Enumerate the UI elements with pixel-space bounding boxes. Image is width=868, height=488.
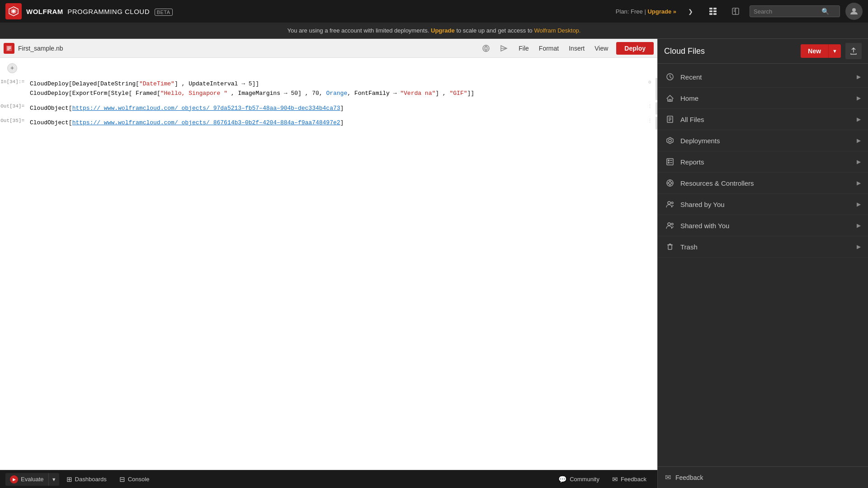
sidebar-item-shared-by-you-label: Shared by You xyxy=(680,201,851,208)
share-icon[interactable] xyxy=(496,41,510,56)
user-avatar[interactable] xyxy=(845,3,863,20)
community-icon: 💬 xyxy=(558,475,567,483)
book-icon[interactable] xyxy=(727,3,744,20)
resources-arrow-icon: ▶ xyxy=(857,180,861,186)
add-cell-button[interactable]: + xyxy=(7,63,17,73)
feedback-label[interactable]: Feedback xyxy=(675,474,703,481)
feedback-button[interactable]: ✉ Feedback xyxy=(607,473,652,486)
notebook-content[interactable]: + In[34]:= CloudDeploy[Delayed[DateStrin… xyxy=(0,58,657,470)
upgrade-banner: You are using a free account with limite… xyxy=(0,23,868,39)
deployments-icon xyxy=(665,136,675,145)
deployments-arrow-icon: ▶ xyxy=(857,137,861,144)
insert-menu[interactable]: Insert xyxy=(564,43,589,54)
svg-rect-27 xyxy=(667,159,673,165)
upload-button[interactable] xyxy=(845,43,862,59)
sidebar-title: Cloud Files xyxy=(664,47,796,56)
cell-line-2: CloudDeploy[ExportForm[Style[ Framed["He… xyxy=(30,89,643,99)
home-icon xyxy=(665,93,675,103)
cell-content-in34[interactable]: CloudDeploy[Delayed[DateString["DateTime… xyxy=(27,78,646,100)
sidebar-header: Cloud Files New ▼ xyxy=(658,39,868,64)
dashboards-icon: ⊞ xyxy=(66,475,72,483)
svg-point-36 xyxy=(668,202,670,204)
svg-point-38 xyxy=(668,223,670,225)
cell-settings-out34[interactable]: ⋮ xyxy=(646,102,654,109)
recent-arrow-icon: ▶ xyxy=(857,74,861,80)
evaluate-button[interactable]: ▶ Evaluate xyxy=(5,473,48,486)
expand-icon[interactable]: ❯ xyxy=(682,3,699,20)
sidebar-item-resources-label: Resources & Controllers xyxy=(680,179,851,187)
cloud-object-link-35[interactable]: https:// www.wolframcloud.com/ objects/ … xyxy=(72,119,340,126)
editor-panel: First_sample.nb Fil xyxy=(0,39,657,488)
notebook-icon xyxy=(4,43,14,54)
new-dropdown[interactable]: ▼ xyxy=(828,44,841,58)
new-button[interactable]: New xyxy=(801,44,828,58)
search-input[interactable] xyxy=(754,8,821,15)
cell-settings-out35[interactable]: ⋮ xyxy=(646,117,654,124)
cell-border-out35 xyxy=(656,117,657,130)
cell-border-in34 xyxy=(656,78,657,100)
sidebar-item-all-files-label: All Files xyxy=(680,116,851,123)
sidebar-item-recent[interactable]: Recent ▶ xyxy=(658,66,868,88)
sidebar-item-trash[interactable]: Trash ▶ xyxy=(658,236,868,258)
sidebar-nav: Recent ▶ Home ▶ xyxy=(658,64,868,466)
grid-view-icon[interactable] xyxy=(704,3,722,20)
svg-rect-5 xyxy=(709,10,712,12)
bottom-bar: ▶ Evaluate ▼ ⊞ Dashboards ⊟ Console 💬 Co… xyxy=(0,470,657,488)
svg-marker-25 xyxy=(667,137,673,144)
notebook-toolbar: First_sample.nb Fil xyxy=(0,39,657,58)
sidebar-item-shared-by-you[interactable]: Shared by You ▶ xyxy=(658,194,868,215)
shared-with-you-arrow-icon: ▶ xyxy=(857,222,861,229)
sidebar-item-deployments-label: Deployments xyxy=(680,137,851,145)
plan-info: Plan: Free | Upgrade » xyxy=(616,8,676,15)
console-button[interactable]: ⊟ Console xyxy=(114,473,155,486)
evaluate-dropdown[interactable]: ▼ xyxy=(48,473,59,486)
cell-label-in34: In[34]:= xyxy=(0,78,27,84)
dashboards-button[interactable]: ⊞ Dashboards xyxy=(61,473,112,486)
sidebar-item-reports[interactable]: Reports ▶ xyxy=(658,151,868,173)
right-sidebar: Cloud Files New ▼ xyxy=(657,39,868,488)
search-box[interactable]: 🔍 xyxy=(750,5,840,17)
cell-line-1: CloudDeploy[Delayed[DateString["DateTime… xyxy=(30,80,643,89)
sidebar-item-deployments[interactable]: Deployments ▶ xyxy=(658,130,868,151)
cell-content-out34: CloudObject[https:// www.wolframcloud.co… xyxy=(27,102,646,115)
cell-output-35: Out[35]= CloudObject[https:// www.wolfra… xyxy=(0,116,657,131)
feedback-icon: ✉ xyxy=(665,473,671,482)
sidebar-item-home[interactable]: Home ▶ xyxy=(658,88,868,109)
svg-rect-41 xyxy=(668,245,672,249)
svg-point-37 xyxy=(671,202,673,204)
community-button[interactable]: 💬 Community xyxy=(553,473,605,486)
sidebar-item-shared-with-you[interactable]: Shared with You ▶ xyxy=(658,215,868,236)
cell-settings-in34[interactable]: ⚙ xyxy=(646,78,654,85)
deploy-button[interactable]: Deploy xyxy=(616,42,654,55)
sidebar-item-reports-label: Reports xyxy=(680,158,851,166)
cloud-object-link-34[interactable]: https:// www.wolframcloud.com/ objects/ … xyxy=(72,105,340,112)
banner-upgrade-link[interactable]: Upgrade xyxy=(431,27,455,34)
upgrade-link[interactable]: Upgrade » xyxy=(647,8,676,15)
file-menu[interactable]: File xyxy=(514,43,533,54)
cell-label-out35: Out[35]= xyxy=(0,117,27,123)
all-files-arrow-icon: ▶ xyxy=(857,116,861,122)
save-icon[interactable] xyxy=(479,41,493,56)
sidebar-item-recent-label: Recent xyxy=(680,73,851,81)
sidebar-feedback[interactable]: ✉ Feedback xyxy=(658,466,868,488)
banner-wolfram-link[interactable]: Wolfram Desktop. xyxy=(534,27,580,34)
top-header: WOLFRAM PROGRAMMING CLOUD BETA Plan: Fre… xyxy=(0,0,868,23)
sidebar-item-home-label: Home xyxy=(680,94,851,102)
recent-icon xyxy=(665,72,675,82)
view-menu[interactable]: View xyxy=(590,43,613,54)
evaluate-group: ▶ Evaluate ▼ xyxy=(5,473,59,486)
sidebar-item-all-files[interactable]: All Files ▶ xyxy=(658,109,868,130)
svg-point-31 xyxy=(669,182,671,184)
svg-point-9 xyxy=(852,8,856,12)
svg-point-26 xyxy=(669,139,671,142)
sidebar-item-resources[interactable]: Resources & Controllers ▶ xyxy=(658,173,868,194)
format-menu[interactable]: Format xyxy=(534,43,563,54)
svg-rect-3 xyxy=(709,8,712,9)
notebook-menu: File Format Insert View xyxy=(514,43,613,54)
reports-icon xyxy=(665,157,675,167)
cell-input-34: In[34]:= CloudDeploy[Delayed[DateString[… xyxy=(0,77,657,101)
notebook-toolbar-icons xyxy=(479,41,510,56)
main-area: First_sample.nb Fil xyxy=(0,39,868,488)
cell-label-out34: Out[34]= xyxy=(0,102,27,109)
sidebar-item-trash-label: Trash xyxy=(680,243,851,251)
